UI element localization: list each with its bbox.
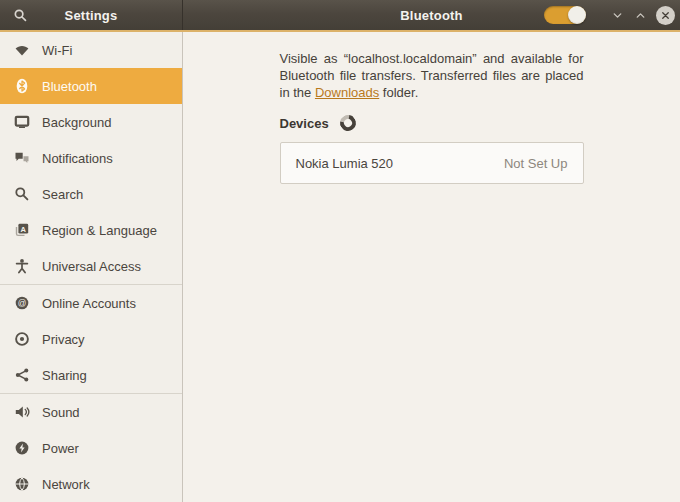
chevron-up-button[interactable] (632, 5, 649, 25)
sidebar-item-label: Universal Access (42, 259, 141, 274)
toggle-knob (568, 6, 586, 24)
sidebar-item-label: Bluetooth (42, 79, 97, 94)
sidebar-item-search[interactable]: Search (0, 176, 182, 212)
svg-text:@: @ (18, 298, 27, 308)
downloads-link[interactable]: Downloads (315, 85, 379, 100)
sound-icon (14, 404, 30, 420)
close-icon (660, 10, 671, 21)
sidebar-item-label: Background (42, 115, 111, 130)
device-row[interactable]: Nokia Lumia 520 Not Set Up (281, 143, 583, 183)
sidebar-header: Settings (0, 0, 183, 30)
chevron-down-icon (611, 9, 624, 22)
sidebar-item-label: Privacy (42, 332, 85, 347)
sidebar-item-region-language[interactable]: A Region & Language (0, 212, 182, 248)
search-icon (13, 8, 28, 23)
page-title: Bluetooth (400, 8, 462, 23)
sharing-icon (14, 367, 30, 383)
chevron-down-button[interactable] (609, 5, 626, 25)
app-body: Wi-Fi Bluetooth Backgr (0, 32, 680, 502)
background-icon (14, 114, 30, 130)
sidebar-item-background[interactable]: Background (0, 104, 182, 140)
sidebar-item-privacy[interactable]: Privacy (0, 321, 182, 357)
header-controls (544, 0, 675, 30)
bluetooth-icon (14, 78, 30, 94)
online-accounts-icon: @ (14, 295, 30, 311)
sidebar-item-label: Sound (42, 405, 80, 420)
sidebar-header-title: Settings (65, 8, 118, 23)
sidebar: Wi-Fi Bluetooth Backgr (0, 32, 183, 502)
search-icon (14, 186, 30, 202)
bluetooth-panel: Visible as “localhost.localdomain” and a… (183, 32, 680, 502)
sidebar-item-notifications[interactable]: Notifications (0, 140, 182, 176)
bluetooth-toggle[interactable] (544, 6, 586, 24)
sidebar-item-label: Search (42, 187, 83, 202)
wifi-icon (14, 42, 30, 58)
svg-text:A: A (21, 225, 27, 234)
chevron-up-icon (634, 9, 647, 22)
visibility-description: Visible as “localhost.localdomain” and a… (280, 50, 584, 101)
device-list: Nokia Lumia 520 Not Set Up (280, 142, 584, 184)
header-bar: Settings Bluetooth (0, 0, 680, 32)
sidebar-item-label: Wi-Fi (42, 43, 72, 58)
power-icon (14, 440, 30, 456)
network-icon (14, 476, 30, 492)
sidebar-item-label: Network (42, 477, 90, 492)
notifications-icon (14, 150, 30, 166)
sidebar-item-online-accounts[interactable]: @ Online Accounts (0, 285, 182, 321)
sidebar-item-sound[interactable]: Sound (0, 394, 182, 430)
sidebar-item-label: Power (42, 441, 79, 456)
device-name: Nokia Lumia 520 (296, 156, 394, 171)
main-header: Bluetooth (183, 0, 680, 30)
sidebar-item-label: Region & Language (42, 223, 157, 238)
sidebar-item-label: Notifications (42, 151, 113, 166)
sidebar-item-label: Sharing (42, 368, 87, 383)
close-button[interactable] (656, 6, 675, 25)
settings-window: Settings Bluetooth (0, 0, 680, 502)
privacy-icon (14, 331, 30, 347)
description-text: folder. (379, 85, 418, 100)
search-button[interactable] (9, 5, 31, 25)
universal-access-icon (14, 258, 30, 274)
sidebar-item-network[interactable]: Network (0, 466, 182, 502)
region-language-icon: A (14, 222, 30, 238)
devices-header: Devices (280, 115, 584, 131)
sidebar-item-bluetooth[interactable]: Bluetooth (0, 68, 182, 104)
sidebar-item-wifi[interactable]: Wi-Fi (0, 32, 182, 68)
spinner-icon (337, 112, 359, 134)
sidebar-item-sharing[interactable]: Sharing (0, 357, 182, 393)
sidebar-item-power[interactable]: Power (0, 430, 182, 466)
device-status: Not Set Up (504, 156, 568, 171)
sidebar-item-label: Online Accounts (42, 296, 136, 311)
sidebar-item-universal-access[interactable]: Universal Access (0, 248, 182, 284)
devices-heading: Devices (280, 116, 329, 131)
